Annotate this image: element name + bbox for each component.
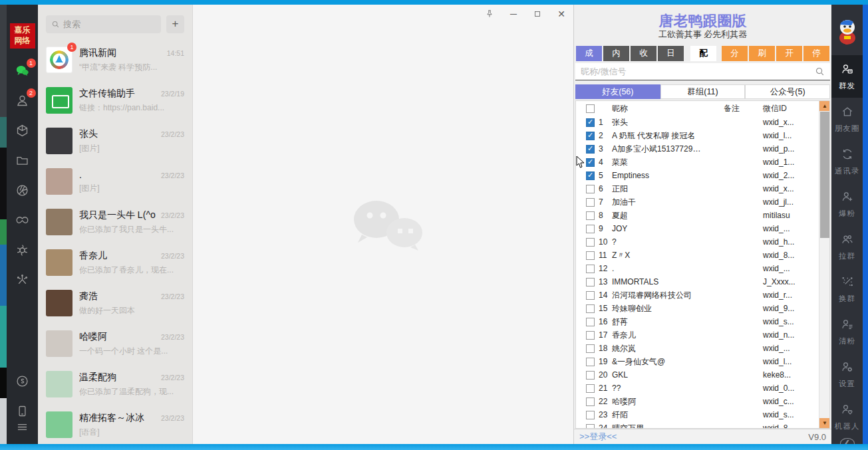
table-row[interactable]: 14 沿河琨睿网络科技公司 wxid_r... xyxy=(576,288,829,302)
chat-list-item[interactable]: . 23/2/23 [图片] xyxy=(38,162,192,202)
row-checkbox[interactable] xyxy=(586,344,595,353)
table-row[interactable]: 19 &一身仙女气@ wxid_l... xyxy=(576,355,829,368)
row-checkbox[interactable] xyxy=(586,291,595,300)
toolbar-button[interactable]: 分组 xyxy=(722,46,748,61)
chat-list-item[interactable]: 香奈儿 23/2/23 你已添加了香奈儿，现在... xyxy=(38,243,192,283)
row-checkbox[interactable] xyxy=(586,384,595,393)
scroll-up-arrow[interactable]: ▲ xyxy=(819,101,830,111)
close-button[interactable]: ✕ xyxy=(556,9,567,19)
table-row[interactable]: 3 A加多宝小斌15137729913 wxid_p... xyxy=(576,142,829,156)
row-checkbox[interactable] xyxy=(586,265,595,273)
table-row[interactable]: 16 舒苒 wxid_s... xyxy=(576,315,829,328)
row-checkbox[interactable] xyxy=(586,411,595,419)
phone-icon[interactable] xyxy=(15,403,31,419)
chat-list-item[interactable]: 哈喽阿 23/2/23 一个码一个小时 这个是... xyxy=(38,324,192,364)
row-checkbox[interactable] xyxy=(586,238,595,247)
table-row[interactable]: 9 JOY wxid_... xyxy=(576,222,829,235)
table-row[interactable]: 22 哈喽阿 wxid_c... xyxy=(576,395,829,408)
row-checkbox[interactable] xyxy=(586,331,595,340)
collections-icon[interactable] xyxy=(15,122,31,138)
link-icon[interactable] xyxy=(15,373,31,389)
sidebar-item[interactable]: 换群 xyxy=(831,268,863,310)
add-chat-button[interactable]: + xyxy=(166,15,184,33)
files-icon[interactable] xyxy=(15,152,31,168)
row-checkbox[interactable] xyxy=(586,132,595,140)
chat-list-item[interactable]: 我只是一头牛 Ꮮ(^o 23/2/23 你已添加了我只是一头牛... xyxy=(38,202,192,243)
table-row[interactable]: 13 IMMORTALS J_Xxxx... xyxy=(576,275,829,288)
mini-program-icon[interactable] xyxy=(15,242,31,258)
table-row[interactable]: 6 正阳 wxid_x... xyxy=(576,182,829,195)
toolbar-button[interactable]: 配置 xyxy=(690,46,716,61)
table-row[interactable]: 12 . wxid_... xyxy=(576,262,829,275)
chat-list-item[interactable]: 文件传输助手 23/2/19 链接：https://pan.baid... xyxy=(38,80,192,121)
toolbar-button[interactable]: 停止 xyxy=(803,46,829,61)
sidebar-item[interactable]: 设置 xyxy=(831,353,863,395)
table-row[interactable]: 17 香奈儿 wxid_n... xyxy=(576,328,829,342)
row-checkbox[interactable] xyxy=(586,424,595,429)
toolbar-button[interactable]: 收藏 xyxy=(631,46,656,61)
table-row[interactable]: 8 夏超 mitilasu xyxy=(576,209,829,222)
sidebar-item[interactable]: 机器人 xyxy=(831,395,863,438)
table-row[interactable]: 24 晴空万里 wxid_8... xyxy=(576,421,829,429)
table-row[interactable]: 15 玲妹聊创业 wxid_9... xyxy=(576,302,829,315)
row-checkbox[interactable] xyxy=(586,304,595,313)
chat-list-item[interactable]: 龚浩 23/2/23 做的好一天回本 xyxy=(38,283,192,324)
moments-icon[interactable] xyxy=(15,182,31,198)
table-row[interactable]: 21 ?? wxid_0... xyxy=(576,382,829,395)
channels-icon[interactable] xyxy=(15,212,31,228)
row-checkbox[interactable] xyxy=(586,198,595,207)
table-row[interactable]: 11 Z〃X wxid_8... xyxy=(576,249,829,262)
row-checkbox[interactable] xyxy=(586,145,595,154)
table-row[interactable]: 4 菜菜 wxid_1... xyxy=(576,156,829,169)
table-row[interactable]: 10 ? wxid_h... xyxy=(576,235,829,249)
minimize-button[interactable]: ─ xyxy=(508,9,519,19)
maximize-button[interactable] xyxy=(532,9,543,19)
toolbar-button[interactable]: 日志 xyxy=(658,46,684,61)
table-row[interactable]: 18 姚尔岚 wxid_... xyxy=(576,342,829,355)
account-avatar[interactable]: 嘉乐 网络 xyxy=(10,23,35,49)
sidebar-item[interactable]: 爆粉 xyxy=(831,183,863,225)
category-tab[interactable]: 公众号(5) xyxy=(745,84,830,99)
contacts-icon[interactable]: 2 xyxy=(15,92,31,108)
row-checkbox[interactable] xyxy=(586,211,595,220)
row-checkbox[interactable] xyxy=(586,185,595,193)
sidebar-item[interactable]: 群发 xyxy=(831,55,863,98)
row-checkbox[interactable] xyxy=(586,397,595,406)
row-checkbox[interactable] xyxy=(586,225,595,233)
chat-list-item[interactable]: 温柔配狗 23/2/23 你已添加了温柔配狗，现... xyxy=(38,364,192,405)
category-tab[interactable]: 群组(11) xyxy=(660,84,746,99)
scroll-down-arrow[interactable]: ▼ xyxy=(819,418,830,428)
table-row[interactable]: 1 张头 wxid_x... xyxy=(576,116,829,129)
toolbar-button[interactable]: 刷新 xyxy=(749,46,775,61)
chats-icon[interactable]: 1 xyxy=(15,62,31,78)
category-tab[interactable]: 好友(56) xyxy=(575,84,660,99)
sidebar-item[interactable]: 通讯录 xyxy=(831,140,863,183)
sidebar-item[interactable]: 朋友圈 xyxy=(831,98,863,140)
row-checkbox[interactable] xyxy=(586,358,595,366)
select-all-checkbox[interactable] xyxy=(586,104,595,113)
row-checkbox[interactable] xyxy=(586,371,595,380)
sidebar-item[interactable]: 拉群 xyxy=(831,225,863,268)
login-link[interactable]: >>登录<< xyxy=(579,431,617,443)
table-row[interactable]: 23 纤陌 wxid_s... xyxy=(576,408,829,421)
tools-icon[interactable] xyxy=(15,272,31,288)
row-checkbox[interactable] xyxy=(586,251,595,260)
search-input[interactable]: 搜索 xyxy=(46,15,161,33)
table-scrollbar[interactable]: ▲ ▼ xyxy=(819,101,829,428)
chat-list-item[interactable]: 精准拓客～冰冰 23/2/23 [语音] xyxy=(38,405,192,444)
menu-icon[interactable] xyxy=(15,419,31,435)
toolbar-button[interactable]: 成员 xyxy=(576,46,602,61)
table-row[interactable]: 7 加油干 wxid_jl... xyxy=(576,195,829,209)
table-row[interactable]: 20 GKL keke8... xyxy=(576,368,829,382)
sidebar-item[interactable]: 清粉 xyxy=(831,310,863,353)
table-row[interactable]: 5 Emptiness wxid_2... xyxy=(576,169,829,182)
toolbar-button[interactable]: 开始 xyxy=(776,46,802,61)
chat-list-item[interactable]: 1 腾讯新闻 14:51 “甲流”来袭 科学预防... xyxy=(38,40,192,80)
row-checkbox[interactable] xyxy=(586,318,595,326)
row-checkbox[interactable] xyxy=(586,278,595,286)
chat-list-item[interactable]: 张头 23/2/23 [图片] xyxy=(38,121,192,162)
table-row[interactable]: 2 A 奶瓶 代发私聊 接冠名 wxid_l... xyxy=(576,129,829,142)
row-checkbox[interactable] xyxy=(586,118,595,127)
scrollbar-thumb[interactable] xyxy=(820,112,829,238)
row-checkbox[interactable] xyxy=(586,171,595,180)
